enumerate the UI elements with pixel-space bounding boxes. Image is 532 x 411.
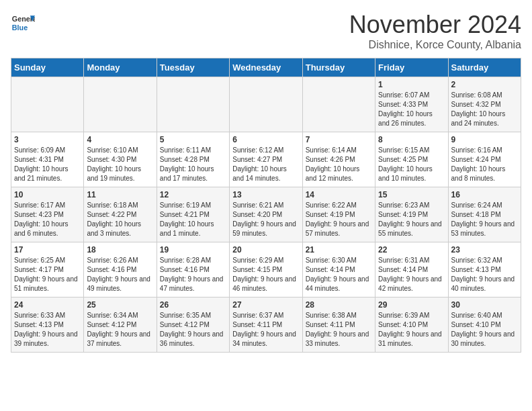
day-info: Sunrise: 6:37 AM Sunset: 4:11 PM Dayligh… [232,311,299,349]
table-row: 7Sunrise: 6:14 AM Sunset: 4:26 PM Daylig… [302,132,375,187]
table-row: 28Sunrise: 6:38 AM Sunset: 4:11 PM Dayli… [302,298,375,353]
table-row: 16Sunrise: 6:24 AM Sunset: 4:18 PM Dayli… [448,187,521,242]
week-row-1: 3Sunrise: 6:09 AM Sunset: 4:31 PM Daylig… [11,132,521,187]
col-sunday: Sunday [11,58,84,77]
table-row: 14Sunrise: 6:22 AM Sunset: 4:19 PM Dayli… [302,187,375,242]
day-info: Sunrise: 6:39 AM Sunset: 4:10 PM Dayligh… [378,311,445,349]
table-row [84,77,157,132]
day-number: 15 [378,190,445,199]
title-block: November 2024 Dishnice, Korce County, Al… [349,11,521,51]
table-row: 3Sunrise: 6:09 AM Sunset: 4:31 PM Daylig… [11,132,84,187]
week-row-0: 1Sunrise: 6:07 AM Sunset: 4:33 PM Daylig… [11,77,521,132]
day-info: Sunrise: 6:29 AM Sunset: 4:15 PM Dayligh… [232,256,299,293]
day-info: Sunrise: 6:14 AM Sunset: 4:26 PM Dayligh… [306,146,372,183]
svg-text:Blue: Blue [12,24,28,32]
location-subtitle: Dishnice, Korce County, Albania [349,39,521,51]
day-info: Sunrise: 6:16 AM Sunset: 4:24 PM Dayligh… [451,146,518,183]
table-row [302,77,375,132]
day-number: 14 [306,190,372,199]
day-number: 8 [378,135,445,144]
day-info: Sunrise: 6:25 AM Sunset: 4:17 PM Dayligh… [14,256,81,293]
day-number: 9 [451,135,518,144]
table-row: 1Sunrise: 6:07 AM Sunset: 4:33 PM Daylig… [375,77,448,132]
day-number: 20 [232,245,299,255]
table-row: 18Sunrise: 6:26 AM Sunset: 4:16 PM Dayli… [84,242,157,298]
table-row: 19Sunrise: 6:28 AM Sunset: 4:16 PM Dayli… [157,242,229,298]
day-info: Sunrise: 6:10 AM Sunset: 4:30 PM Dayligh… [87,146,153,183]
day-number: 25 [87,300,153,310]
table-row: 4Sunrise: 6:10 AM Sunset: 4:30 PM Daylig… [84,132,157,187]
table-row: 23Sunrise: 6:32 AM Sunset: 4:13 PM Dayli… [448,242,521,298]
day-info: Sunrise: 6:17 AM Sunset: 4:23 PM Dayligh… [14,201,81,238]
day-number: 21 [306,245,372,255]
day-number: 22 [378,245,445,255]
table-row: 30Sunrise: 6:40 AM Sunset: 4:10 PM Dayli… [448,298,521,353]
day-info: Sunrise: 6:23 AM Sunset: 4:19 PM Dayligh… [378,201,445,238]
day-info: Sunrise: 6:32 AM Sunset: 4:13 PM Dayligh… [451,256,518,293]
day-info: Sunrise: 6:30 AM Sunset: 4:14 PM Dayligh… [306,256,372,293]
calendar-header: Sunday Monday Tuesday Wednesday Thursday… [11,58,521,77]
day-number: 19 [160,245,226,255]
table-row: 6Sunrise: 6:12 AM Sunset: 4:27 PM Daylig… [230,132,302,187]
day-number: 3 [14,135,81,144]
day-info: Sunrise: 6:35 AM Sunset: 4:12 PM Dayligh… [160,311,226,349]
day-info: Sunrise: 6:08 AM Sunset: 4:32 PM Dayligh… [451,91,518,128]
table-row: 25Sunrise: 6:34 AM Sunset: 4:12 PM Dayli… [84,298,157,353]
table-row [157,77,229,132]
day-number: 7 [306,135,372,144]
logo: General Blue [11,11,35,35]
day-info: Sunrise: 6:24 AM Sunset: 4:18 PM Dayligh… [451,201,518,238]
day-number: 27 [232,300,299,310]
day-info: Sunrise: 6:18 AM Sunset: 4:22 PM Dayligh… [87,201,153,238]
day-info: Sunrise: 6:11 AM Sunset: 4:28 PM Dayligh… [160,146,226,183]
day-info: Sunrise: 6:22 AM Sunset: 4:19 PM Dayligh… [306,201,372,238]
table-row: 20Sunrise: 6:29 AM Sunset: 4:15 PM Dayli… [230,242,302,298]
day-info: Sunrise: 6:07 AM Sunset: 4:33 PM Dayligh… [378,91,445,128]
day-info: Sunrise: 6:38 AM Sunset: 4:11 PM Dayligh… [306,311,372,349]
day-info: Sunrise: 6:09 AM Sunset: 4:31 PM Dayligh… [14,146,81,183]
day-number: 18 [87,245,153,255]
col-monday: Monday [84,58,157,77]
day-number: 28 [306,300,372,310]
day-info: Sunrise: 6:26 AM Sunset: 4:16 PM Dayligh… [87,256,153,293]
table-row: 8Sunrise: 6:15 AM Sunset: 4:25 PM Daylig… [375,132,448,187]
table-row: 5Sunrise: 6:11 AM Sunset: 4:28 PM Daylig… [157,132,229,187]
table-row: 21Sunrise: 6:30 AM Sunset: 4:14 PM Dayli… [302,242,375,298]
calendar-body: 1Sunrise: 6:07 AM Sunset: 4:33 PM Daylig… [11,77,521,353]
day-number: 13 [232,190,299,199]
day-number: 24 [14,300,81,310]
day-number: 5 [160,135,226,144]
table-row: 15Sunrise: 6:23 AM Sunset: 4:19 PM Dayli… [375,187,448,242]
week-row-2: 10Sunrise: 6:17 AM Sunset: 4:23 PM Dayli… [11,187,521,242]
table-row [230,77,302,132]
table-row: 29Sunrise: 6:39 AM Sunset: 4:10 PM Dayli… [375,298,448,353]
day-number: 12 [160,190,226,199]
day-info: Sunrise: 6:40 AM Sunset: 4:10 PM Dayligh… [451,311,518,349]
day-number: 2 [451,80,518,89]
day-number: 6 [232,135,299,144]
day-number: 10 [14,190,81,199]
col-thursday: Thursday [302,58,375,77]
day-info: Sunrise: 6:19 AM Sunset: 4:21 PM Dayligh… [160,201,226,238]
month-title: November 2024 [349,11,521,39]
day-number: 26 [160,300,226,310]
table-row: 10Sunrise: 6:17 AM Sunset: 4:23 PM Dayli… [11,187,84,242]
day-info: Sunrise: 6:33 AM Sunset: 4:13 PM Dayligh… [14,311,81,349]
day-info: Sunrise: 6:34 AM Sunset: 4:12 PM Dayligh… [87,311,153,349]
page-header: General Blue November 2024 Dishnice, Kor… [11,11,521,51]
day-number: 23 [451,245,518,255]
table-row: 22Sunrise: 6:31 AM Sunset: 4:14 PM Dayli… [375,242,448,298]
table-row: 27Sunrise: 6:37 AM Sunset: 4:11 PM Dayli… [230,298,302,353]
table-row: 26Sunrise: 6:35 AM Sunset: 4:12 PM Dayli… [157,298,229,353]
day-info: Sunrise: 6:12 AM Sunset: 4:27 PM Dayligh… [232,146,299,183]
calendar-table: Sunday Monday Tuesday Wednesday Thursday… [11,58,521,353]
day-number: 17 [14,245,81,255]
week-row-4: 24Sunrise: 6:33 AM Sunset: 4:13 PM Dayli… [11,298,521,353]
day-number: 29 [378,300,445,310]
col-wednesday: Wednesday [230,58,302,77]
day-number: 11 [87,190,153,199]
day-info: Sunrise: 6:21 AM Sunset: 4:20 PM Dayligh… [232,201,299,238]
day-number: 1 [378,80,445,89]
week-row-3: 17Sunrise: 6:25 AM Sunset: 4:17 PM Dayli… [11,242,521,298]
col-friday: Friday [375,58,448,77]
